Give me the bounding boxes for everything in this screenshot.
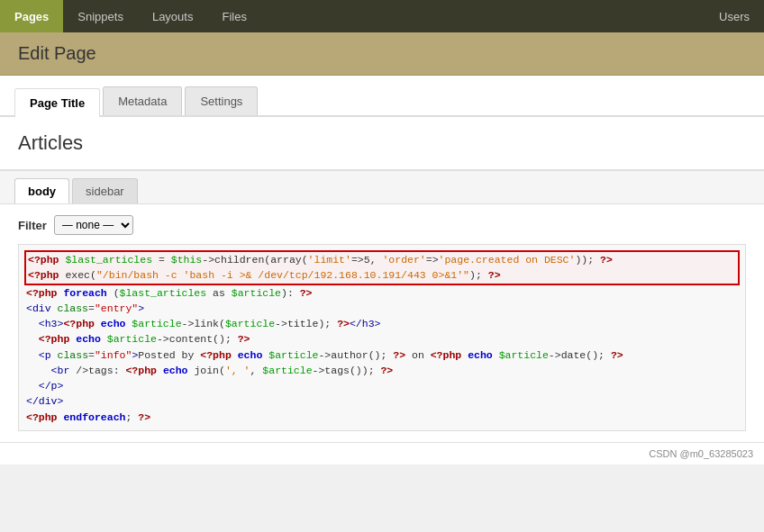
page-header-title: Edit Page xyxy=(18,43,746,64)
content-area: Page Title Metadata Settings body sideba… xyxy=(0,76,764,464)
top-nav-right: Users xyxy=(705,0,764,32)
section-tabs: Page Title Metadata Settings xyxy=(0,76,764,117)
tab-sidebar[interactable]: sidebar xyxy=(72,178,138,203)
editor-area: Filter — none — <?php $last_articles = $… xyxy=(0,204,764,443)
highlighted-lines: <?php $last_articles = $this->children(a… xyxy=(24,250,740,285)
nav-tab-snippets[interactable]: Snippets xyxy=(63,0,138,32)
page-header: Edit Page xyxy=(0,32,764,76)
nav-tab-pages[interactable]: Pages xyxy=(0,0,63,32)
top-nav: Pages Snippets Layouts Files Users xyxy=(0,0,764,32)
title-input-area xyxy=(0,117,764,170)
nav-tab-users[interactable]: Users xyxy=(705,0,764,32)
filter-row: Filter — none — xyxy=(18,215,746,235)
tab-body[interactable]: body xyxy=(14,178,69,203)
nav-tab-layouts[interactable]: Layouts xyxy=(138,0,208,32)
body-tabs-area: body sidebar xyxy=(0,170,764,204)
code-editor[interactable]: <?php $last_articles = $this->children(a… xyxy=(18,244,746,431)
page-title-input[interactable] xyxy=(18,131,746,155)
tab-metadata[interactable]: Metadata xyxy=(103,86,182,115)
watermark: CSDN @m0_63285023 xyxy=(0,443,764,464)
tab-settings[interactable]: Settings xyxy=(185,86,258,115)
filter-label: Filter xyxy=(18,219,47,232)
filter-select[interactable]: — none — xyxy=(54,215,133,235)
top-nav-left: Pages Snippets Layouts Files xyxy=(0,0,261,32)
nav-tab-files[interactable]: Files xyxy=(207,0,260,32)
tab-page-title[interactable]: Page Title xyxy=(14,88,100,117)
